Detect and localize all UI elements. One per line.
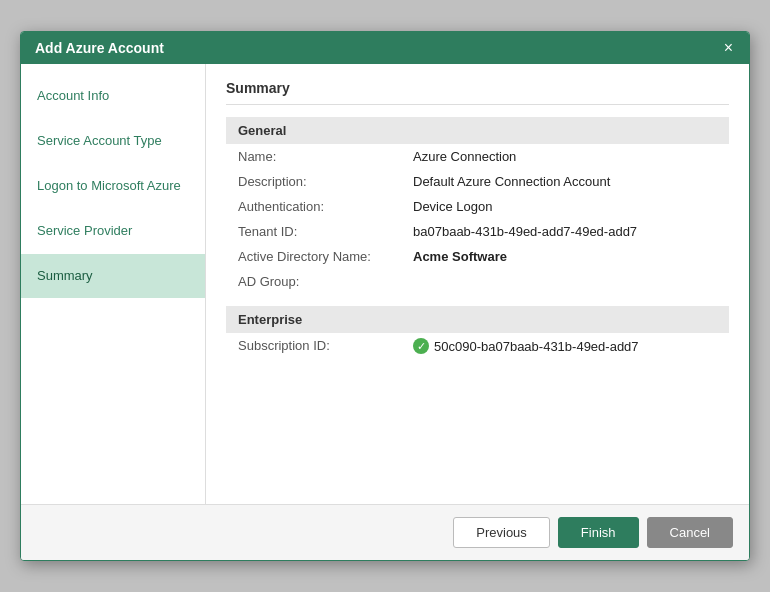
- row-label: Authentication:: [226, 194, 401, 219]
- subscription-id-value: 50c090-ba07baab-431b-49ed-add7: [434, 339, 639, 354]
- row-value: [401, 269, 729, 294]
- row-label: Description:: [226, 169, 401, 194]
- sidebar-item-account-info[interactable]: Account Info: [21, 74, 205, 119]
- sidebar-item-logon-microsoft[interactable]: Logon to Microsoft Azure: [21, 164, 205, 209]
- dialog-footer: Previous Finish Cancel: [21, 504, 749, 560]
- sidebar-item-service-account-type[interactable]: Service Account Type: [21, 119, 205, 164]
- table-row: AD Group:: [226, 269, 729, 294]
- table-row: Tenant ID:ba07baab-431b-49ed-add7-49ed-a…: [226, 219, 729, 244]
- row-value: ✓50c090-ba07baab-431b-49ed-add7: [401, 333, 729, 359]
- check-icon: ✓: [413, 338, 429, 354]
- info-table-enterprise: Subscription ID:✓50c090-ba07baab-431b-49…: [226, 333, 729, 359]
- row-label: Subscription ID:: [226, 333, 401, 359]
- sidebar-item-service-provider[interactable]: Service Provider: [21, 209, 205, 254]
- row-value: Azure Connection: [401, 144, 729, 169]
- row-value: Device Logon: [401, 194, 729, 219]
- section-header-enterprise: Enterprise: [226, 306, 729, 333]
- row-value: Acme Software: [401, 244, 729, 269]
- main-content: Summary GeneralName:Azure ConnectionDesc…: [206, 64, 749, 504]
- dialog-body: Account InfoService Account TypeLogon to…: [21, 64, 749, 504]
- table-row: Name:Azure Connection: [226, 144, 729, 169]
- dialog-header: Add Azure Account ×: [21, 32, 749, 64]
- sidebar-item-summary[interactable]: Summary: [21, 254, 205, 299]
- info-table-general: Name:Azure ConnectionDescription:Default…: [226, 144, 729, 294]
- add-azure-account-dialog: Add Azure Account × Account InfoService …: [20, 31, 750, 561]
- table-row: Active Directory Name:Acme Software: [226, 244, 729, 269]
- finish-button[interactable]: Finish: [558, 517, 639, 548]
- table-row: Subscription ID:✓50c090-ba07baab-431b-49…: [226, 333, 729, 359]
- cancel-button[interactable]: Cancel: [647, 517, 733, 548]
- row-label: Tenant ID:: [226, 219, 401, 244]
- section-header-general: General: [226, 117, 729, 144]
- row-label: AD Group:: [226, 269, 401, 294]
- main-section-title: Summary: [226, 80, 729, 105]
- previous-button[interactable]: Previous: [453, 517, 550, 548]
- row-label: Name:: [226, 144, 401, 169]
- sidebar: Account InfoService Account TypeLogon to…: [21, 64, 206, 504]
- dialog-title: Add Azure Account: [35, 40, 164, 56]
- close-button[interactable]: ×: [722, 40, 735, 56]
- row-label: Active Directory Name:: [226, 244, 401, 269]
- row-value: ba07baab-431b-49ed-add7-49ed-add7: [401, 219, 729, 244]
- row-value: Default Azure Connection Account: [401, 169, 729, 194]
- table-row: Authentication:Device Logon: [226, 194, 729, 219]
- table-row: Description:Default Azure Connection Acc…: [226, 169, 729, 194]
